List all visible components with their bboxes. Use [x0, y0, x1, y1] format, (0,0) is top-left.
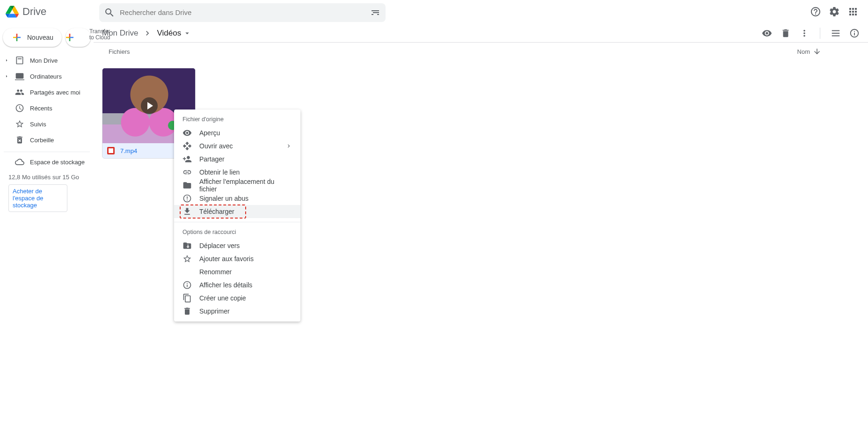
ctx-make-copy[interactable]: Créer une copie — [174, 292, 300, 305]
sort-by[interactable]: Nom — [797, 47, 859, 56]
filters-icon[interactable] — [370, 7, 381, 18]
eye-icon[interactable] — [762, 28, 772, 38]
sidebar-item-starred[interactable]: Suivis — [0, 116, 94, 132]
computers-icon — [15, 72, 24, 81]
copy-icon — [182, 293, 192, 303]
chevron-right-icon — [4, 73, 9, 79]
search-bar[interactable] — [99, 3, 386, 22]
play-icon-overlay — [141, 97, 158, 114]
more-vert-icon[interactable] — [799, 28, 810, 38]
chevron-right-icon — [285, 143, 292, 149]
info-icon — [182, 280, 192, 290]
ctx-open-with[interactable]: Ouvrir avec — [174, 139, 300, 153]
sidebar-item-label: Ordinateurs — [30, 73, 62, 80]
sidebar-item-computers[interactable]: Ordinateurs — [0, 68, 94, 84]
star-icon — [182, 254, 192, 263]
rename-icon — [182, 267, 192, 277]
chevron-right-icon — [143, 29, 152, 38]
ctx-report-abuse[interactable]: Signaler un abus — [174, 192, 300, 205]
files-section-header: Fichiers Nom — [94, 43, 868, 58]
sidebar-item-trash[interactable]: Corbeille — [0, 132, 94, 148]
search-icon — [104, 7, 115, 18]
download-icon — [182, 207, 192, 216]
person-plus-icon — [182, 154, 192, 164]
sidebar-item-label: Mon Drive — [30, 57, 58, 64]
ctx-details[interactable]: Afficher les détails — [174, 278, 300, 292]
breadcrumb-root[interactable]: Mon Drive — [102, 29, 138, 38]
link-icon — [182, 168, 192, 177]
sidebar: Nouveau Transfer to Cloud Mon Drive Ordi… — [0, 23, 94, 220]
sidebar-item-shared[interactable]: Partagés avec moi — [0, 84, 94, 100]
buy-storage-link[interactable]: Acheter de l'espace de stockage — [8, 184, 67, 212]
sidebar-item-recent[interactable]: Récents — [0, 100, 94, 116]
drive-icon — [15, 56, 24, 65]
plus-icon — [11, 32, 22, 43]
help-icon[interactable] — [810, 6, 821, 17]
ctx-get-link[interactable]: Obtenir le lien — [174, 166, 300, 179]
ctx-section-label-2: Options de raccourci — [174, 226, 300, 239]
star-icon — [15, 119, 24, 129]
drive-logo-icon — [6, 5, 19, 18]
sidebar-item-mydrive[interactable]: Mon Drive — [0, 52, 94, 68]
search-input[interactable] — [115, 8, 370, 16]
new-button[interactable]: Nouveau — [3, 28, 62, 47]
chevron-right-icon — [4, 58, 9, 63]
clock-icon — [15, 103, 24, 113]
sidebar-item-storage[interactable]: Espace de stockage — [0, 154, 94, 170]
people-icon — [15, 88, 24, 97]
ctx-show-location[interactable]: Afficher l'emplacement du fichier — [174, 179, 300, 192]
header-right — [810, 6, 862, 17]
sidebar-item-label: Espace de stockage — [30, 159, 85, 166]
move-icon — [182, 241, 192, 250]
arrow-down-icon — [813, 47, 821, 56]
header: Drive — [0, 0, 868, 23]
ctx-section-label: Fichier d'origine — [174, 113, 300, 126]
list-view-icon[interactable] — [831, 28, 841, 38]
report-icon — [182, 194, 192, 203]
trash-icon[interactable] — [780, 28, 791, 38]
apps-icon[interactable] — [847, 6, 859, 17]
cloud-icon — [15, 157, 24, 167]
ctx-remove[interactable]: Supprimer — [174, 305, 300, 318]
folder-icon — [182, 181, 192, 190]
breadcrumb-current[interactable]: Vidéos — [157, 29, 191, 38]
ctx-rename[interactable]: Renommer — [174, 265, 300, 278]
context-menu: Fichier d'origine Aperçu Ouvrir avec Par… — [174, 110, 300, 321]
files-label: Fichiers — [109, 48, 130, 55]
ctx-add-star[interactable]: Ajouter aux favoris — [174, 252, 300, 265]
storage-usage-text: 12,8 Mo utilisés sur 15 Go — [8, 174, 85, 181]
logo-area[interactable]: Drive — [6, 5, 99, 18]
transfer-to-cloud-button[interactable]: Transfer to Cloud — [66, 28, 91, 47]
app-name: Drive — [22, 6, 46, 18]
sidebar-item-label: Corbeille — [30, 137, 54, 144]
gear-icon[interactable] — [829, 6, 840, 17]
ctx-share[interactable]: Partager — [174, 153, 300, 166]
caret-down-icon — [183, 29, 191, 37]
ctx-move-to[interactable]: Déplacer vers — [174, 239, 300, 252]
info-icon[interactable] — [849, 28, 860, 38]
sidebar-item-label: Partagés avec moi — [30, 89, 80, 96]
ctx-preview[interactable]: Aperçu — [174, 126, 300, 139]
trash-icon — [182, 307, 192, 316]
main-header: Mon Drive Vidéos — [94, 24, 868, 43]
eye-icon — [182, 128, 192, 138]
file-name: 7.mp4 — [120, 147, 137, 154]
trash-icon — [15, 135, 24, 145]
video-file-icon — [107, 147, 115, 154]
breadcrumb: Mon Drive Vidéos — [102, 29, 191, 38]
plus-icon — [64, 32, 75, 43]
ctx-download[interactable]: Télécharger — [174, 205, 300, 218]
new-button-label: Nouveau — [27, 34, 53, 41]
open-with-icon — [182, 141, 192, 151]
sidebar-item-label: Récents — [30, 105, 52, 112]
sidebar-item-label: Suivis — [30, 121, 46, 128]
